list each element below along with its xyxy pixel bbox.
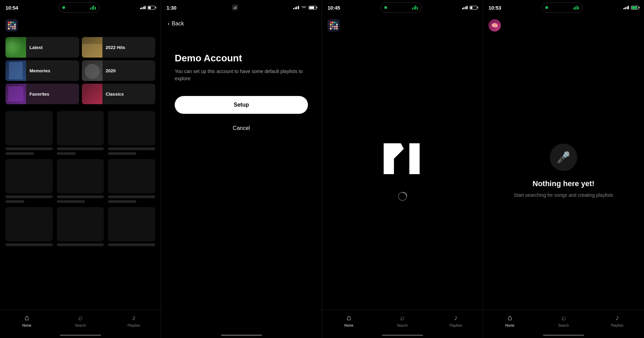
- n-notch-1: [394, 159, 401, 167]
- di-bar: [92, 7, 93, 10]
- icon-dot: [330, 24, 332, 25]
- user-avatar-4[interactable]: 🧠: [488, 19, 501, 32]
- app-header-1: [0, 15, 161, 34]
- home-indicator-1: [60, 335, 101, 336]
- skeleton-grid-2: [0, 159, 161, 203]
- dynamic-island-3: [381, 2, 422, 13]
- playlist-card-classics[interactable]: Classics: [82, 84, 156, 104]
- phone3-header: [322, 15, 483, 34]
- home-label-3: Home: [344, 324, 354, 327]
- playlist-thumb-2022: [82, 37, 102, 58]
- battery-fill: [632, 7, 637, 9]
- app-icon-1[interactable]: [5, 19, 18, 32]
- icon-dot: [334, 28, 336, 29]
- battery-fill: [309, 7, 314, 9]
- icon-dot: [332, 22, 334, 23]
- icon-dot: [12, 24, 14, 25]
- bottom-nav-1: ⌂ Home ⌕ Search ♪ Playlists: [0, 310, 161, 338]
- skeleton-text: [57, 243, 104, 246]
- icon-dot: [330, 28, 332, 29]
- di-bar: [415, 5, 416, 10]
- signal-bar: [628, 6, 629, 9]
- nav-search-1[interactable]: ⌕ Search: [53, 313, 107, 327]
- playlist-name-latest: Latest: [26, 45, 46, 50]
- nav-search-4[interactable]: ⌕ Search: [537, 313, 591, 327]
- search-label-3: Search: [397, 324, 408, 327]
- microphone-icon: 🎤: [557, 151, 570, 164]
- playlists-label-1: Playlists: [127, 324, 140, 327]
- di-dot-4: [545, 6, 548, 9]
- nav-playlists-4[interactable]: ♪ Playlists: [590, 313, 644, 327]
- playlists-icon-4: ♪: [615, 313, 619, 322]
- icon-dot: [14, 28, 16, 29]
- status-icons-2: ⌤: [293, 5, 316, 10]
- bottom-nav-3: ⌂ Home ⌕ Search ♪ Playlists: [322, 310, 483, 338]
- dynamic-island-1: [59, 2, 100, 13]
- home-icon-3: ⌂: [347, 313, 351, 322]
- playlist-card-memories[interactable]: Memories: [5, 60, 79, 81]
- playlist-thumb-classics: [82, 84, 102, 104]
- phone4-header: 🧠: [483, 15, 644, 34]
- skeleton-text-shorter: [5, 200, 24, 203]
- icon-dot: [12, 26, 14, 27]
- skeleton-text: [108, 243, 155, 246]
- di-bar: [412, 8, 413, 10]
- nothing-subtitle: Start searching for songs and creating p…: [514, 192, 613, 199]
- playlist-name-2020: 2020: [102, 68, 119, 73]
- icon-dot: [332, 28, 334, 29]
- home-indicator-2: [221, 335, 262, 336]
- signal-bar: [623, 8, 624, 9]
- status-bar-3: 10:45: [322, 0, 483, 15]
- phone-2: 1:30 ⌤ ‹: [161, 0, 322, 338]
- nav-home-4[interactable]: ⌂ Home: [483, 313, 537, 327]
- icon-dot: [330, 26, 332, 27]
- di-bar: [575, 7, 576, 10]
- skeleton-text-short: [108, 200, 136, 203]
- status-time-2: 1:30: [166, 5, 176, 11]
- search-label-1: Search: [75, 324, 86, 327]
- di-bar: [417, 7, 418, 10]
- skeleton-text-short: [57, 200, 85, 203]
- skeleton-text: [5, 147, 53, 150]
- playlist-card-2020[interactable]: 2020: [82, 60, 156, 81]
- nav-search-3[interactable]: ⌕ Search: [375, 313, 429, 327]
- n-notch-2: [401, 143, 409, 159]
- di-dot-3: [384, 6, 387, 9]
- home-icon-4: ⌂: [508, 313, 512, 322]
- setup-button[interactable]: Setup: [175, 96, 308, 114]
- playlist-card-2022[interactable]: 2022 Hits: [82, 37, 156, 58]
- icon-dot: [8, 22, 10, 23]
- home-label-4: Home: [505, 324, 515, 327]
- skeleton-text: [108, 195, 155, 198]
- icon-dot: [12, 22, 14, 23]
- loading-spinner: [397, 191, 408, 203]
- status-icons-3: [462, 6, 478, 10]
- nav-playlists-1[interactable]: ♪ Playlists: [107, 313, 161, 327]
- skeleton-card: [108, 207, 155, 246]
- nav-home-1[interactable]: ⌂ Home: [0, 313, 53, 327]
- battery-fill: [148, 7, 151, 9]
- di-bar: [93, 5, 94, 10]
- back-button[interactable]: ‹ Back: [161, 15, 322, 32]
- app-icon-3[interactable]: [327, 19, 340, 32]
- di-bar: [90, 8, 91, 10]
- search-icon-1: ⌕: [78, 313, 83, 322]
- nothing-center: 🎤 Nothing here yet! Start searching for …: [507, 34, 620, 308]
- signal-bar: [298, 6, 299, 9]
- icon-dot: [12, 28, 14, 29]
- home-indicator-3: [382, 335, 423, 336]
- status-icons-4: [623, 6, 639, 10]
- status-bar-2: 1:30 ⌤: [161, 0, 322, 15]
- demo-account-subtitle: You can set up this account to have some…: [175, 68, 308, 82]
- n-logo: [380, 140, 425, 178]
- signal-bar: [465, 7, 466, 9]
- skeleton-text-shorter: [57, 152, 76, 155]
- playlist-card-favorites[interactable]: Favorites: [5, 84, 79, 104]
- cancel-button[interactable]: Cancel: [175, 119, 308, 137]
- icon-dot: [14, 24, 16, 25]
- screen-content-2: ‹ Back Demo Account You can set up this …: [161, 15, 322, 310]
- nav-playlists-3[interactable]: ♪ Playlists: [429, 313, 483, 327]
- search-icon-4: ⌕: [561, 313, 566, 322]
- nav-home-3[interactable]: ⌂ Home: [322, 313, 375, 327]
- playlist-card-latest[interactable]: Latest: [5, 37, 79, 58]
